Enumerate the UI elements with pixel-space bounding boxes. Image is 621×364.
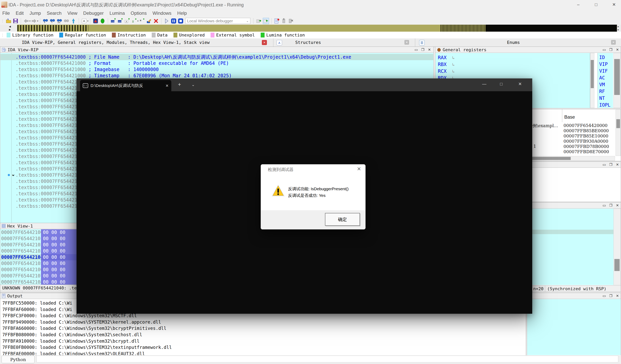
ida-view-close-icon[interactable]: ✕	[428, 47, 431, 52]
flag-row[interactable]: VM	[598, 81, 613, 88]
bottom-right-content[interactable]	[527, 299, 621, 355]
ida-view-restore-icon[interactable]: ❐	[421, 47, 424, 52]
modules-vscrollbar[interactable]	[616, 110, 621, 156]
toolbar-drag-handle[interactable]: ⋮	[1, 19, 4, 23]
dialog-close-icon[interactable]: ✕	[357, 166, 361, 172]
make-array-icon[interactable]: *	[139, 18, 145, 24]
stack-restore-icon[interactable]: ❐	[609, 203, 612, 208]
make-name-icon[interactable]: A	[124, 18, 130, 24]
navband-zoom2-icon[interactable]: ▸	[618, 28, 619, 31]
terminal-tab-close-icon[interactable]: ✕	[166, 83, 169, 88]
output-line[interactable]: 7FFBFA910000: loaded C:\Windows\System32…	[2, 338, 526, 344]
desktop-tabs-label[interactable]: IDA View-RIP, General registers, Modules…	[22, 40, 210, 45]
terminal-minimize-icon[interactable]: —	[482, 82, 486, 87]
maximize-button[interactable]: □	[590, 0, 602, 9]
disassembly-line[interactable]: .textbss:00007FF654421000 ; File Name : …	[0, 54, 433, 60]
bottom-right-close-icon[interactable]: ✕	[616, 294, 619, 298]
disassembly-line[interactable]: .textbss:00007FF654421000 ; Imagebase : …	[0, 66, 433, 73]
save-icon[interactable]	[13, 18, 18, 24]
stack-close-icon[interactable]: ✕	[616, 203, 619, 208]
flag-row[interactable]: IOPL	[598, 102, 613, 109]
module-base-row[interactable]: 00007FFBD78B0000	[564, 144, 609, 149]
flag-row[interactable]: ID	[598, 54, 613, 61]
module-base-row[interactable]: 00007FFB85E10000	[564, 133, 609, 139]
menu-view[interactable]: View	[68, 11, 78, 16]
attach-process-icon[interactable]	[256, 18, 262, 24]
modules-path-cell-2[interactable]: 1	[534, 144, 536, 149]
menu-windows[interactable]: Windows	[153, 11, 171, 16]
delete-breakpoint-icon[interactable]	[288, 18, 294, 24]
terminal-tab[interactable]: C:\ D:\Desktop\AH\反调试与防反 ✕	[80, 80, 171, 91]
register-row[interactable]: RAX↳	[438, 54, 590, 61]
output-line[interactable]: 7FFBF9490000: loaded C:\Windows\SYSTEM32…	[2, 319, 526, 325]
make-code-icon[interactable]: CODE	[110, 18, 116, 24]
flags-scrollbar[interactable]	[613, 53, 621, 108]
menu-file[interactable]: File	[2, 11, 10, 16]
flags-list[interactable]: IDVIPVIFACVMRFNTIOPL	[598, 53, 613, 108]
make-data-icon[interactable]: DATA	[117, 18, 123, 24]
menu-help[interactable]: Help	[177, 11, 187, 16]
registers-header[interactable]: General registers ▭ ❐ ✕	[435, 47, 621, 53]
menu-search[interactable]: Search	[47, 11, 62, 16]
tab-enums[interactable]: Enums	[507, 40, 520, 45]
search-text-icon[interactable]: T	[50, 18, 55, 24]
make-string-icon[interactable]: s	[131, 18, 137, 24]
navband-next-icon[interactable]: ▶	[9, 28, 11, 31]
terminal-dropdown-icon[interactable]: ⌄	[191, 82, 195, 87]
colors-icon[interactable]	[100, 18, 105, 24]
text-view-icon[interactable]: A	[276, 40, 282, 45]
navband-zoom-icon[interactable]: ▸	[618, 25, 619, 28]
flag-row[interactable]: NT	[598, 95, 613, 102]
navband-prev-icon[interactable]: ◀	[9, 25, 11, 28]
output-line[interactable]: 7FFBFA660000: loaded C:\Windows\System32…	[2, 325, 526, 331]
python-button[interactable]: Python	[1, 356, 34, 363]
string-style-dropdown-icon[interactable]: ▾	[87, 20, 88, 22]
demangle-icon[interactable]	[93, 18, 99, 24]
debugger-windows-icon[interactable]	[274, 18, 280, 24]
stack-scrollbar[interactable]	[613, 209, 621, 285]
flag-row[interactable]: AC	[598, 75, 613, 81]
registers-restore-icon[interactable]: ❐	[609, 47, 612, 52]
flag-row[interactable]: RF	[598, 88, 613, 95]
modules-base-list[interactable]: 00007FF65442000000007FFB85BE000000007FFB…	[564, 123, 609, 156]
stop-icon[interactable]	[178, 18, 184, 24]
ida-view-maximize-icon[interactable]: ▭	[414, 47, 418, 52]
list-view-icon[interactable]	[419, 40, 425, 45]
bottom-right-restore-icon[interactable]: ❐	[609, 294, 612, 298]
terminal-close-icon[interactable]: ✕	[518, 82, 522, 87]
follow-value-icon[interactable]: ↳	[452, 69, 454, 74]
search-next-icon[interactable]	[64, 18, 69, 24]
terminal-maximize-icon[interactable]: □	[500, 82, 502, 87]
tab-structures[interactable]: Structures	[295, 40, 321, 45]
stack-maximize-icon[interactable]: ▭	[603, 203, 606, 208]
module-base-row[interactable]: 00007FFBD8E70000	[564, 149, 609, 154]
ascii-string-icon[interactable]: A	[81, 18, 87, 24]
registers-close-icon[interactable]: ✕	[616, 47, 619, 52]
modules-base-header[interactable]: Base	[564, 114, 575, 120]
flag-row[interactable]: VIP	[598, 61, 613, 68]
minimize-button[interactable]: –	[573, 0, 584, 9]
debugger-selector[interactable]: Local Windows debugger ⌄	[185, 18, 250, 24]
back-dropdown-icon[interactable]: ▾	[29, 20, 31, 22]
threads-restore-icon[interactable]: ❐	[609, 162, 612, 167]
breakpoint-list-icon[interactable]	[281, 18, 287, 24]
modules-column-divider[interactable]	[562, 109, 562, 122]
bottom-right-header[interactable]: ▭ ❐ ✕	[527, 293, 621, 299]
registers-scrollbar[interactable]	[590, 53, 594, 108]
search-sequence-icon[interactable]: 101	[56, 18, 62, 24]
menu-lumina[interactable]: Lumina	[110, 11, 125, 16]
follow-value-icon[interactable]: ↳	[452, 62, 454, 67]
bottom-right-maximize-icon[interactable]: ▭	[603, 294, 606, 298]
python-input[interactable]	[36, 356, 618, 363]
disassembly-line[interactable]: .textbss:00007FF654421000 ; Format : Por…	[0, 60, 433, 66]
terminal-new-tab-icon[interactable]: +	[178, 82, 181, 88]
output-line[interactable]: 7FFBFB080000: loaded C:\Windows\System32…	[2, 331, 526, 338]
legend-drag-handle[interactable]: ⋮	[1, 33, 4, 37]
edit-icon[interactable]	[146, 18, 152, 24]
make-string-dropdown-icon[interactable]: ▾	[137, 20, 138, 22]
threads-maximize-icon[interactable]: ▭	[603, 162, 606, 167]
close-enums-icon[interactable]: ✕	[611, 40, 616, 45]
modules-path-cell[interactable]: 例\exampl…	[533, 123, 562, 129]
search-binary-icon[interactable]: #	[43, 18, 48, 24]
module-base-row[interactable]: 00007FFB930A0000	[564, 139, 609, 144]
